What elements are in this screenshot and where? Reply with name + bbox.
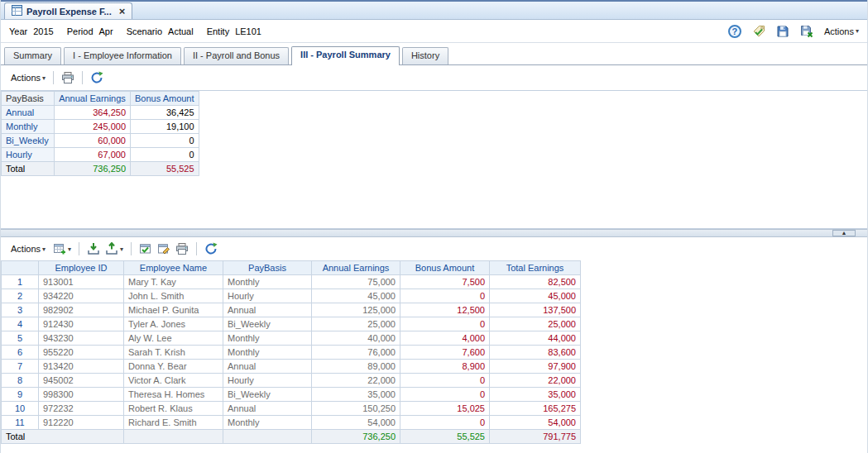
help-icon[interactable]: ?	[728, 25, 741, 38]
collapse-panel-icon[interactable]: ▲	[832, 230, 856, 236]
cell-employee-name[interactable]: Robert R. Klaus	[124, 402, 223, 416]
cell-total-earnings[interactable]: 165,275	[490, 402, 581, 416]
cell-employee-id[interactable]: 972232	[39, 402, 124, 416]
row-number[interactable]: 9	[2, 388, 39, 402]
cell-total-earnings[interactable]: 54,000	[490, 416, 581, 430]
cell-employee-id[interactable]: 982902	[39, 303, 124, 317]
row-number[interactable]: 1	[2, 275, 39, 289]
tab-employee-information[interactable]: I - Employee Information	[64, 47, 181, 64]
cell-bonus-amount[interactable]: 0	[131, 134, 199, 148]
row-number[interactable]: 3	[2, 303, 39, 317]
cell-paybasis[interactable]: Annual	[223, 402, 312, 416]
cell-bonus-amount[interactable]: 0	[400, 317, 490, 331]
cell-employee-name[interactable]: Mary T. Kay	[124, 275, 223, 289]
cell-annual-earnings[interactable]: 35,000	[312, 388, 400, 402]
cell-employee-id[interactable]: 998300	[39, 388, 124, 402]
close-icon[interactable]: ×	[119, 7, 126, 17]
tab-payroll-and-bonus[interactable]: II - Payroll and Bonus	[184, 47, 289, 64]
actions-menu-top[interactable]: Actions ▾	[824, 26, 859, 36]
cell-paybasis[interactable]: Bi_Weekly	[223, 317, 312, 331]
cell-annual-earnings[interactable]: 125,000	[312, 303, 400, 317]
cell-total-earnings[interactable]: 35,000	[490, 388, 581, 402]
print-icon[interactable]	[175, 242, 189, 255]
cell-annual-earnings[interactable]: 76,000	[312, 346, 400, 360]
cell-bonus-amount[interactable]: 0	[400, 374, 490, 388]
import-data-icon[interactable]	[87, 242, 100, 255]
cell-annual-earnings[interactable]: 245,000	[55, 120, 131, 134]
cell-employee-id[interactable]: 945002	[39, 374, 124, 388]
cell-paybasis[interactable]: Annual	[223, 360, 312, 374]
row-number[interactable]: 11	[2, 416, 39, 430]
cell-annual-earnings[interactable]: 25,000	[312, 317, 400, 331]
pov-year-value[interactable]: 2015	[33, 26, 53, 36]
cell-employee-name[interactable]: Michael P. Gunita	[124, 303, 223, 317]
cell-employee-name[interactable]: Richard E. Smith	[124, 416, 223, 430]
cell-total-earnings[interactable]: 22,000	[490, 374, 581, 388]
cell-employee-name[interactable]: Sarah T. Krish	[124, 346, 223, 360]
row-number[interactable]: 10	[2, 402, 39, 416]
refresh-icon[interactable]	[204, 242, 218, 255]
cell-bonus-amount[interactable]: 8,900	[400, 360, 490, 374]
cell-total-earnings[interactable]: 45,000	[490, 289, 581, 303]
cell-annual-earnings[interactable]: 89,000	[312, 360, 400, 374]
cell-annual-earnings[interactable]: 60,000	[55, 134, 131, 148]
cell-employee-id[interactable]: 913420	[39, 360, 124, 374]
cell-paybasis[interactable]: Annual	[223, 303, 312, 317]
cell-annual-earnings[interactable]: 150,250	[312, 402, 400, 416]
cell-paybasis[interactable]: Bi_Weekly	[223, 388, 312, 402]
cell-paybasis[interactable]: Monthly	[223, 331, 312, 346]
cell-paybasis[interactable]: Hourly	[223, 374, 312, 388]
cell-paybasis[interactable]: Hourly	[223, 289, 312, 303]
cell-total-earnings[interactable]: 97,900	[490, 360, 581, 374]
cell-employee-name[interactable]: Theresa H. Homes	[124, 388, 223, 402]
cell-employee-id[interactable]: 934220	[39, 289, 124, 303]
cell-bonus-amount[interactable]: 15,025	[400, 402, 490, 416]
cell-annual-earnings[interactable]: 54,000	[312, 416, 400, 430]
cell-paybasis[interactable]: Monthly	[223, 275, 312, 289]
cell-annual-earnings[interactable]: 40,000	[312, 331, 400, 346]
panel-splitter[interactable]: ▲	[1, 229, 867, 237]
cell-employee-id[interactable]: 955220	[39, 346, 124, 360]
add-row-menu[interactable]: ▾	[53, 242, 71, 255]
row-header-monthly[interactable]: Monthly	[2, 120, 55, 134]
row-number[interactable]: 2	[2, 289, 39, 303]
cell-annual-earnings[interactable]: 75,000	[312, 275, 400, 289]
cell-bonus-amount[interactable]: 0	[131, 148, 199, 162]
cell-employee-name[interactable]: Aly W. Lee	[124, 331, 223, 346]
cell-bonus-amount[interactable]: 0	[400, 416, 490, 430]
cell-bonus-amount[interactable]: 36,425	[131, 106, 199, 120]
cell-bonus-amount[interactable]: 7,500	[400, 275, 490, 289]
cell-bonus-amount[interactable]: 12,500	[400, 303, 490, 317]
tab-payroll-summary[interactable]: III - Payroll Summary	[291, 46, 400, 65]
validate-icon[interactable]	[752, 25, 765, 38]
refresh-icon[interactable]	[90, 71, 103, 84]
pov-scenario-value[interactable]: Actual	[168, 26, 194, 36]
row-number[interactable]: 8	[2, 374, 39, 388]
print-icon[interactable]	[61, 71, 74, 84]
cell-total-earnings[interactable]: 137,500	[490, 303, 581, 317]
row-header-bi-weekly[interactable]: Bi_Weekly	[2, 134, 55, 148]
cell-bonus-amount[interactable]: 7,600	[400, 346, 490, 360]
cell-employee-id[interactable]: 943230	[39, 331, 124, 346]
cell-employee-name[interactable]: Donna Y. Bear	[124, 360, 223, 374]
grid-edit-icon[interactable]	[157, 242, 170, 255]
row-header-hourly[interactable]: Hourly	[2, 148, 55, 162]
cell-total-earnings[interactable]: 25,000	[490, 317, 581, 331]
cell-employee-id[interactable]: 913001	[39, 275, 124, 289]
tab-summary[interactable]: Summary	[4, 47, 61, 64]
cell-total-earnings[interactable]: 83,600	[490, 346, 581, 360]
cell-annual-earnings[interactable]: 364,250	[55, 106, 131, 120]
actions-menu-lower[interactable]: Actions ▾	[11, 244, 46, 254]
spreadsheet-export-icon[interactable]	[800, 25, 813, 38]
cell-bonus-amount[interactable]: 0	[400, 388, 490, 402]
actions-menu-upper[interactable]: Actions ▾	[11, 73, 46, 83]
cell-bonus-amount[interactable]: 4,000	[400, 331, 490, 346]
cell-employee-id[interactable]: 912430	[39, 317, 124, 331]
row-number[interactable]: 6	[2, 346, 39, 360]
tab-history[interactable]: History	[402, 47, 448, 64]
cell-employee-id[interactable]: 912220	[39, 416, 124, 430]
pov-entity-value[interactable]: LE101	[235, 26, 261, 36]
row-number[interactable]: 5	[2, 331, 39, 346]
cell-annual-earnings[interactable]: 45,000	[312, 289, 400, 303]
cell-employee-name[interactable]: Victor A. Clark	[124, 374, 223, 388]
